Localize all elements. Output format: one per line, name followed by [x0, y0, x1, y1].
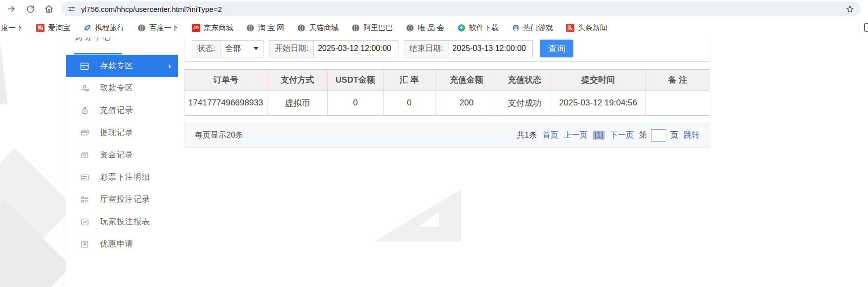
cell-remark: [645, 91, 710, 115]
sidebar-item-label: 优惠申请: [100, 239, 133, 249]
col-header-recharge-amount: 充值金额: [435, 70, 498, 91]
globe-favicon-icon: [406, 24, 414, 32]
recharge-record-icon: [80, 106, 89, 116]
records-table: 订单号 支付方式 USDT金额 汇 率 充值金额 充值状态 提交时间 备 注 1…: [184, 70, 710, 115]
jump-button[interactable]: 跳转: [684, 130, 699, 141]
cell-usdt-amount: 0: [327, 91, 384, 115]
start-date-label: 开始日期:: [269, 40, 313, 57]
bookmark-label: 唯 品 会: [418, 23, 444, 33]
bookmark-label: 度一下: [1, 23, 23, 33]
next-page-link[interactable]: 下一页: [610, 130, 634, 141]
bookmark-item[interactable]: 天猫商城: [297, 23, 339, 33]
col-header-usdt-amount: USDT金额: [327, 70, 384, 91]
promo-apply-icon: [80, 239, 89, 249]
start-date-input[interactable]: [313, 40, 398, 57]
sidebar-menu: 存款专区 › 取款专区 充值记录 提现记录: [66, 55, 178, 255]
bookmarks-bar: 度一下 淘 爱淘宝 携程旅行 百度一下 JD 京东商城 淘 宝 网 天猫商城: [0, 18, 868, 38]
prev-page-link[interactable]: 上一页: [564, 130, 587, 141]
bookmark-item[interactable]: 唯 品 会: [406, 23, 444, 33]
page-jump-input[interactable]: [651, 129, 666, 142]
page-content: 财务中心 存款专区 › 取款专区 充值记录: [0, 38, 868, 287]
col-header-order-no: 订单号: [184, 70, 267, 91]
bookmark-item[interactable]: 热门游戏: [512, 23, 553, 33]
bookmark-label: 软件下载: [469, 23, 499, 33]
taobao-icon: 淘: [36, 24, 44, 32]
ctrip-dolphin-icon: [83, 24, 91, 32]
col-header-recharge-status: 充值状态: [498, 70, 551, 91]
withdrawal-record-icon: [80, 128, 89, 138]
sidebar-item-withdrawal-record[interactable]: 提现记录: [66, 122, 178, 144]
end-date-input[interactable]: [448, 40, 533, 57]
bookmark-item[interactable]: 携程旅行: [83, 23, 125, 33]
browser-toolbar: yl756.com/hhcp/usercenter.html?iniType=2: [0, 0, 868, 18]
sidebar-item-withdraw[interactable]: 取款专区: [66, 77, 178, 99]
toutiao-icon: 头: [566, 24, 574, 32]
total-count-text: 共1条: [517, 130, 537, 141]
sidebar: 财务中心 存款专区 › 取款专区 充值记录: [66, 38, 178, 287]
status-select[interactable]: 全部: [220, 40, 263, 57]
filter-panel: 状态: 全部 开始日期: 结束日期: 查询: [184, 38, 710, 62]
query-button[interactable]: 查询: [540, 40, 573, 57]
bookmark-item[interactable]: 度一下: [1, 23, 23, 33]
records-table-wrap: 订单号 支付方式 USDT金额 汇 率 充值金额 充值状态 提交时间 备 注 1…: [184, 69, 710, 116]
reload-icon[interactable]: [24, 2, 37, 15]
bookmark-item[interactable]: 头 头条新闻: [566, 23, 608, 33]
cell-recharge-status: 支付成功: [498, 91, 551, 115]
jd-icon: JD: [192, 24, 200, 32]
address-bar[interactable]: yl756.com/hhcp/usercenter.html?iniType=2: [61, 1, 861, 16]
bookmark-label: 阿里巴巴: [363, 23, 393, 33]
bookmark-item[interactable]: JD 京东商城: [192, 23, 233, 33]
col-header-remark: 备 注: [645, 70, 710, 91]
bookmark-label: 天猫商城: [309, 23, 339, 33]
status-label: 状态:: [192, 40, 220, 57]
software-download-icon: [457, 24, 466, 32]
col-header-submit-time: 提交时间: [551, 70, 645, 91]
globe-favicon-icon: [246, 24, 255, 32]
bookmark-item[interactable]: 软件下载: [457, 23, 499, 33]
bookmark-star-icon[interactable]: [845, 4, 855, 14]
sidebar-item-label: 厅室投注记录: [100, 194, 150, 205]
sidebar-item-funds-record[interactable]: 资金记录: [66, 144, 178, 166]
bookmark-label: 百度一下: [149, 23, 179, 33]
sidebar-item-label: 存款专区: [100, 61, 133, 71]
lottery-bet-icon: [80, 173, 89, 183]
deposit-icon: [80, 61, 89, 71]
main-content: 状态: 全部 开始日期: 结束日期: 查询: [184, 38, 710, 287]
active-tab-indicator: [74, 53, 122, 54]
chevron-right-icon: ›: [168, 60, 172, 71]
site-info-icon[interactable]: [67, 4, 76, 13]
sidebar-item-recharge-record[interactable]: 充值记录: [66, 99, 178, 122]
page-size-text: 每页显示20条: [195, 130, 243, 141]
sidebar-item-player-report[interactable]: 玩家投注报表: [66, 211, 178, 233]
bookmark-item[interactable]: 百度一下: [137, 23, 179, 33]
cell-recharge-amount: 200: [435, 91, 498, 115]
end-date-label: 结束日期:: [404, 40, 448, 57]
bookmarks-divider: [860, 23, 860, 33]
sidebar-item-label: 玩家投注报表: [100, 217, 150, 227]
sidebar-item-label: 提现记录: [100, 128, 133, 138]
sidebar-item-lottery-bets[interactable]: 彩票下注明细: [66, 166, 178, 189]
bookmark-item[interactable]: 阿里巴巴: [351, 23, 393, 33]
col-header-pay-method: 支付方式: [267, 70, 327, 91]
bookmark-label: 热门游戏: [523, 23, 553, 33]
sidebar-item-deposit[interactable]: 存款专区 ›: [66, 55, 178, 77]
sidebar-item-promo-apply[interactable]: 优惠申请: [66, 233, 178, 255]
first-page-link[interactable]: 首页: [542, 130, 558, 141]
player-report-icon: [80, 217, 89, 227]
watermark-shape: [0, 42, 8, 104]
sidebar-item-label: 彩票下注明细: [100, 172, 150, 183]
url-text[interactable]: yl756.com/hhcp/usercenter.html?iniType=2: [81, 5, 845, 13]
cell-submit-time: 2025-03-12 19:04:56: [551, 91, 645, 115]
home-icon[interactable]: [43, 2, 55, 15]
penguin-game-icon: [512, 24, 520, 32]
globe-favicon-icon: [137, 24, 146, 32]
status-select-value: 全部: [225, 44, 241, 54]
col-header-rate: 汇 率: [384, 70, 435, 91]
bookmark-item[interactable]: 淘 宝 网: [246, 23, 284, 33]
cell-order-no: 1741777496698933: [184, 91, 267, 115]
forward-icon[interactable]: [5, 2, 18, 15]
pagination-bar: 每页显示20条 共1条 首页 上一页 [1] 下一页 第 页 跳转: [184, 123, 710, 147]
bookmark-item[interactable]: 淘 爱淘宝: [36, 23, 70, 33]
sidebar-item-hall-bets[interactable]: 厅室投注记录: [66, 189, 178, 211]
side-panel-icon[interactable]: [864, 23, 868, 32]
